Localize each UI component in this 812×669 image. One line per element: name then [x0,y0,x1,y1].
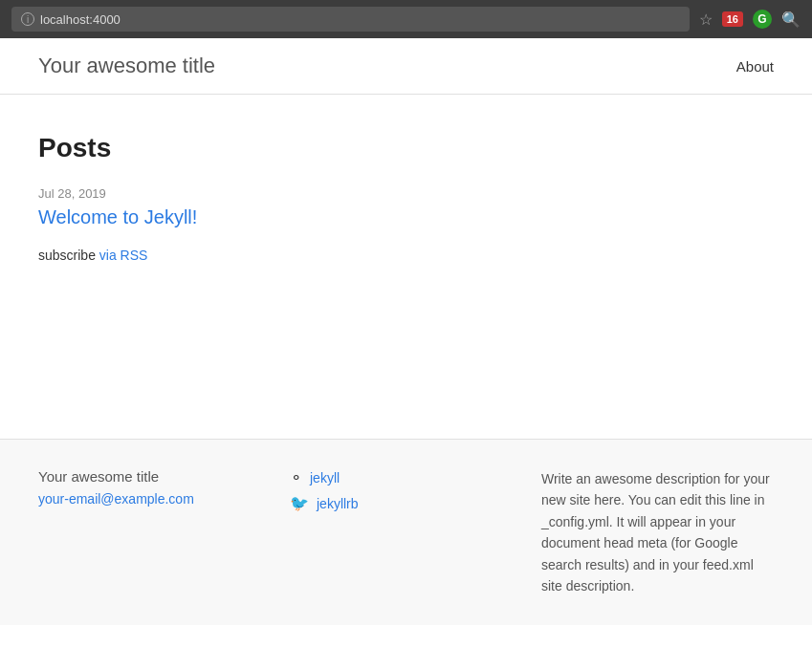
footer-col-2: ⚬ jekyll 🐦 jekyllrb [290,468,522,596]
extensions-icon[interactable]: 16 [722,11,743,27]
post-title-link[interactable]: Welcome to Jekyll! [38,206,774,228]
subscribe-label: subscribe [38,248,96,263]
footer-github-item: ⚬ jekyll [290,468,522,486]
site-title-link[interactable]: Your awesome title [38,54,215,78]
footer-twitter-item: 🐦 jekyllrb [290,494,522,512]
footer-description: Write an awesome description for your ne… [541,468,774,596]
browser-chrome: i localhost:4000 ☆ 16 G 🔍 [0,0,812,38]
post-date: Jul 28, 2019 [38,186,774,201]
footer-twitter-link[interactable]: jekyllrb [317,496,359,511]
github-icon: ⚬ [290,468,302,486]
footer-title: Your awesome title [38,468,271,485]
site-footer: Your awesome title your-email@example.co… [0,439,812,625]
posts-heading: Posts [38,133,774,163]
google-account-icon[interactable]: G [753,10,772,29]
about-nav-link[interactable]: About [736,58,774,75]
footer-col-1: Your awesome title your-email@example.co… [38,468,271,596]
rss-link[interactable]: via RSS [99,248,148,263]
footer-col-3: Write an awesome description for your ne… [541,468,774,596]
info-icon: i [21,12,34,26]
search-icon[interactable]: 🔍 [781,11,801,29]
star-icon[interactable]: ☆ [699,11,713,29]
site-header: Your awesome title About [0,38,812,95]
address-text: localhost:4000 [40,12,121,27]
subscribe-text: subscribe via RSS [38,248,774,263]
address-bar[interactable]: i localhost:4000 [11,7,690,32]
browser-icons: ☆ 16 G 🔍 [699,10,801,29]
twitter-icon: 🐦 [290,494,309,512]
site-nav: About [736,58,774,75]
footer-email-link[interactable]: your-email@example.com [38,491,194,507]
main-content: Posts Jul 28, 2019 Welcome to Jekyll! su… [0,95,812,439]
footer-github-link[interactable]: jekyll [310,470,340,486]
